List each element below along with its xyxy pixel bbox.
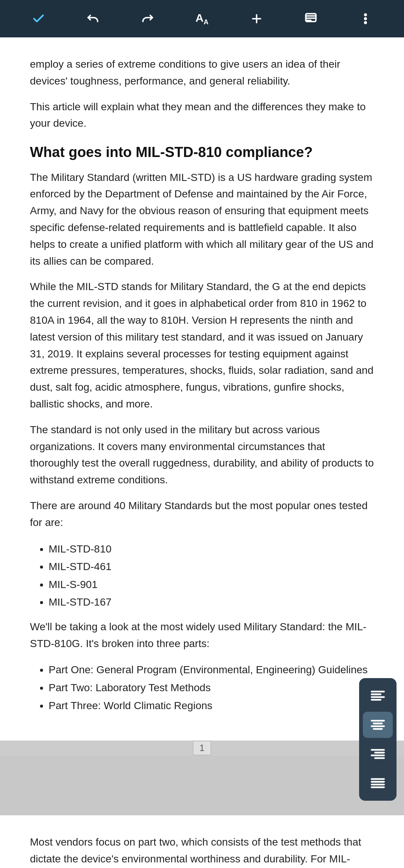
- add-button[interactable]: [245, 7, 268, 30]
- font-size-button[interactable]: AA: [191, 7, 213, 30]
- page-1: employ a series of extreme conditions to…: [0, 37, 404, 741]
- page-gap: [0, 755, 404, 815]
- alignment-panel: [359, 678, 397, 801]
- page-2: Most vendors focus on part two, which co…: [0, 815, 404, 868]
- list-item: Part Two: Laboratory Test Methods: [49, 679, 374, 697]
- document-container: employ a series of extreme conditions to…: [0, 37, 404, 868]
- comment-button[interactable]: [300, 7, 322, 30]
- parts-list: Part One: General Program (Environmental…: [30, 661, 374, 714]
- page2-intro: Most vendors focus on part two, which co…: [30, 834, 374, 868]
- svg-point-6: [365, 14, 367, 16]
- para-2: While the MIL-STD stands for Military St…: [30, 278, 374, 412]
- list-item: MIL-STD-810: [49, 540, 374, 558]
- align-left-button[interactable]: [363, 683, 393, 709]
- list-item: MIL-S-901: [49, 576, 374, 594]
- page-number-1: 1: [193, 741, 211, 755]
- section-heading: What goes into MIL-STD-810 compliance?: [30, 143, 374, 161]
- para-3: The standard is not only used in the mil…: [30, 422, 374, 489]
- top-toolbar: AA: [0, 0, 404, 37]
- list-item: MIL-STD-167: [49, 593, 374, 611]
- para-1: The Military Standard (written MIL-STD) …: [30, 169, 374, 270]
- svg-point-8: [365, 22, 367, 24]
- checkmark-button[interactable]: [27, 7, 50, 30]
- svg-point-7: [365, 18, 367, 20]
- redo-button[interactable]: [136, 7, 159, 30]
- list-item: MIL-STD-461: [49, 558, 374, 576]
- para-4: We'll be taking a look at the most widel…: [30, 619, 374, 652]
- intro-text-2: This article will explain what they mean…: [30, 99, 374, 132]
- intro-text-1: employ a series of extreme conditions to…: [30, 56, 374, 90]
- list-intro: There are around 40 Military Standards b…: [30, 498, 374, 531]
- page-break-1: 1: [0, 741, 404, 755]
- more-options-button[interactable]: [354, 7, 377, 30]
- standards-list: MIL-STD-810 MIL-STD-461 MIL-S-901 MIL-ST…: [30, 540, 374, 611]
- align-justify-button[interactable]: [363, 770, 393, 796]
- list-item: Part Three: World Climatic Regions: [49, 697, 374, 715]
- align-center-button[interactable]: [363, 712, 393, 738]
- align-right-button[interactable]: [363, 741, 393, 767]
- list-item: Part One: General Program (Environmental…: [49, 661, 374, 679]
- undo-button[interactable]: [82, 7, 104, 30]
